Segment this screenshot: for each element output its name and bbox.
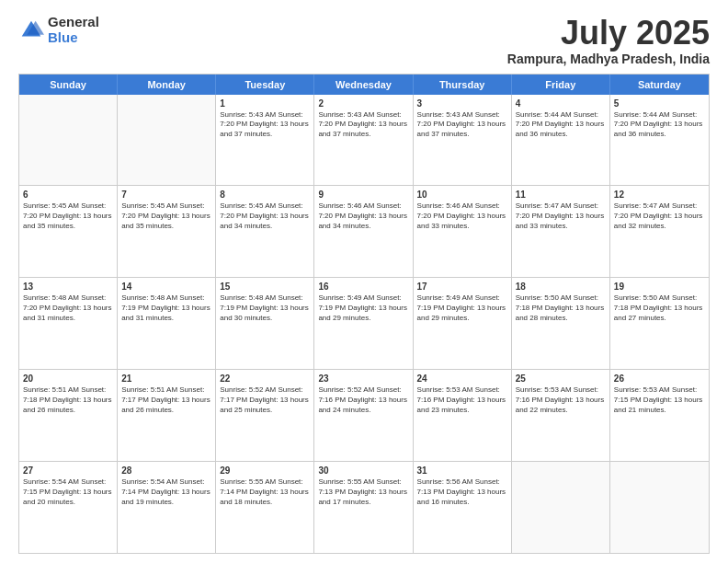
calendar-cell: 12Sunrise: 5:47 AM Sunset: 7:20 PM Dayli… <box>610 186 709 277</box>
calendar-row-2: 13Sunrise: 5:48 AM Sunset: 7:20 PM Dayli… <box>19 277 709 369</box>
day-number: 8 <box>220 189 310 201</box>
day-number: 20 <box>23 373 113 385</box>
header-day-saturday: Saturday <box>610 75 709 95</box>
day-number: 2 <box>318 98 408 109</box>
header-day-tuesday: Tuesday <box>216 75 314 95</box>
calendar-cell: 31Sunrise: 5:56 AM Sunset: 7:13 PM Dayli… <box>414 462 512 553</box>
cell-info: Sunrise: 5:45 AM Sunset: 7:20 PM Dayligh… <box>121 201 211 231</box>
day-number: 7 <box>121 189 211 201</box>
cell-info: Sunrise: 5:54 AM Sunset: 7:15 PM Dayligh… <box>23 477 113 507</box>
cell-info: Sunrise: 5:43 AM Sunset: 7:20 PM Dayligh… <box>318 110 408 140</box>
calendar-cell: 15Sunrise: 5:48 AM Sunset: 7:19 PM Dayli… <box>216 278 314 369</box>
cell-info: Sunrise: 5:51 AM Sunset: 7:18 PM Dayligh… <box>23 385 113 415</box>
header-day-wednesday: Wednesday <box>314 75 413 95</box>
calendar-cell: 16Sunrise: 5:49 AM Sunset: 7:19 PM Dayli… <box>314 278 413 369</box>
cell-info: Sunrise: 5:47 AM Sunset: 7:20 PM Dayligh… <box>516 201 606 231</box>
calendar-row-1: 6Sunrise: 5:45 AM Sunset: 7:20 PM Daylig… <box>19 185 709 277</box>
calendar-cell: 24Sunrise: 5:53 AM Sunset: 7:16 PM Dayli… <box>414 370 512 461</box>
cell-info: Sunrise: 5:48 AM Sunset: 7:19 PM Dayligh… <box>220 293 310 323</box>
calendar-row-3: 20Sunrise: 5:51 AM Sunset: 7:18 PM Dayli… <box>19 369 709 461</box>
day-number: 19 <box>614 281 705 293</box>
cell-info: Sunrise: 5:45 AM Sunset: 7:20 PM Dayligh… <box>23 201 113 231</box>
day-number: 25 <box>516 373 606 385</box>
calendar-cell: 22Sunrise: 5:52 AM Sunset: 7:17 PM Dayli… <box>216 370 314 461</box>
cell-info: Sunrise: 5:48 AM Sunset: 7:20 PM Dayligh… <box>23 293 113 323</box>
logo-general-text: General <box>48 15 99 30</box>
calendar-cell <box>512 462 610 553</box>
cell-info: Sunrise: 5:43 AM Sunset: 7:20 PM Dayligh… <box>220 110 310 140</box>
cell-info: Sunrise: 5:44 AM Sunset: 7:20 PM Dayligh… <box>516 110 606 140</box>
calendar-header: SundayMondayTuesdayWednesdayThursdayFrid… <box>19 75 709 95</box>
logo-blue-text: Blue <box>48 30 99 46</box>
calendar-cell: 21Sunrise: 5:51 AM Sunset: 7:17 PM Dayli… <box>118 370 216 461</box>
day-number: 12 <box>614 189 705 201</box>
calendar-cell: 2Sunrise: 5:43 AM Sunset: 7:20 PM Daylig… <box>314 95 413 186</box>
logo: General Blue <box>18 15 99 45</box>
day-number: 1 <box>220 98 310 109</box>
main-title: July 2025 <box>507 15 710 52</box>
cell-info: Sunrise: 5:52 AM Sunset: 7:16 PM Dayligh… <box>318 385 408 415</box>
page: General Blue July 2025 Rampura, Madhya P… <box>0 0 728 563</box>
cell-info: Sunrise: 5:56 AM Sunset: 7:13 PM Dayligh… <box>417 477 507 507</box>
day-number: 15 <box>220 281 310 293</box>
cell-info: Sunrise: 5:49 AM Sunset: 7:19 PM Dayligh… <box>318 293 408 323</box>
cell-info: Sunrise: 5:55 AM Sunset: 7:13 PM Dayligh… <box>318 477 408 507</box>
day-number: 6 <box>23 189 113 201</box>
day-number: 26 <box>614 373 705 385</box>
calendar-row-4: 27Sunrise: 5:54 AM Sunset: 7:15 PM Dayli… <box>19 461 709 553</box>
day-number: 5 <box>614 98 705 109</box>
calendar-cell: 10Sunrise: 5:46 AM Sunset: 7:20 PM Dayli… <box>414 186 512 277</box>
calendar-cell: 5Sunrise: 5:44 AM Sunset: 7:20 PM Daylig… <box>610 95 709 186</box>
day-number: 10 <box>417 189 507 201</box>
day-number: 28 <box>121 465 211 477</box>
cell-info: Sunrise: 5:47 AM Sunset: 7:20 PM Dayligh… <box>614 201 705 231</box>
calendar-cell: 7Sunrise: 5:45 AM Sunset: 7:20 PM Daylig… <box>118 186 216 277</box>
cell-info: Sunrise: 5:53 AM Sunset: 7:16 PM Dayligh… <box>516 385 606 415</box>
calendar-cell: 26Sunrise: 5:53 AM Sunset: 7:15 PM Dayli… <box>610 370 709 461</box>
header-day-monday: Monday <box>118 75 216 95</box>
cell-info: Sunrise: 5:43 AM Sunset: 7:20 PM Dayligh… <box>417 110 507 140</box>
day-number: 4 <box>516 98 606 109</box>
calendar-cell: 27Sunrise: 5:54 AM Sunset: 7:15 PM Dayli… <box>19 462 118 553</box>
day-number: 14 <box>121 281 211 293</box>
day-number: 16 <box>318 281 408 293</box>
cell-info: Sunrise: 5:50 AM Sunset: 7:18 PM Dayligh… <box>614 293 705 323</box>
subtitle: Rampura, Madhya Pradesh, India <box>507 52 710 66</box>
day-number: 23 <box>318 373 408 385</box>
calendar-cell <box>118 95 216 186</box>
calendar-cell: 9Sunrise: 5:46 AM Sunset: 7:20 PM Daylig… <box>314 186 413 277</box>
title-block: July 2025 Rampura, Madhya Pradesh, India <box>507 15 710 66</box>
header-day-sunday: Sunday <box>19 75 118 95</box>
calendar-cell: 28Sunrise: 5:54 AM Sunset: 7:14 PM Dayli… <box>118 462 216 553</box>
day-number: 21 <box>121 373 211 385</box>
calendar-cell: 14Sunrise: 5:48 AM Sunset: 7:19 PM Dayli… <box>118 278 216 369</box>
calendar-cell: 13Sunrise: 5:48 AM Sunset: 7:20 PM Dayli… <box>19 278 118 369</box>
cell-info: Sunrise: 5:49 AM Sunset: 7:19 PM Dayligh… <box>417 293 507 323</box>
day-number: 9 <box>318 189 408 201</box>
day-number: 29 <box>220 465 310 477</box>
cell-info: Sunrise: 5:50 AM Sunset: 7:18 PM Dayligh… <box>516 293 606 323</box>
calendar: SundayMondayTuesdayWednesdayThursdayFrid… <box>18 74 710 554</box>
calendar-cell: 30Sunrise: 5:55 AM Sunset: 7:13 PM Dayli… <box>314 462 413 553</box>
day-number: 3 <box>417 98 507 109</box>
header: General Blue July 2025 Rampura, Madhya P… <box>18 15 710 66</box>
calendar-cell: 3Sunrise: 5:43 AM Sunset: 7:20 PM Daylig… <box>414 95 512 186</box>
cell-info: Sunrise: 5:44 AM Sunset: 7:20 PM Dayligh… <box>614 110 705 140</box>
calendar-cell: 18Sunrise: 5:50 AM Sunset: 7:18 PM Dayli… <box>512 278 610 369</box>
cell-info: Sunrise: 5:46 AM Sunset: 7:20 PM Dayligh… <box>417 201 507 231</box>
day-number: 13 <box>23 281 113 293</box>
cell-info: Sunrise: 5:51 AM Sunset: 7:17 PM Dayligh… <box>121 385 211 415</box>
day-number: 24 <box>417 373 507 385</box>
cell-info: Sunrise: 5:55 AM Sunset: 7:14 PM Dayligh… <box>220 477 310 507</box>
calendar-cell: 1Sunrise: 5:43 AM Sunset: 7:20 PM Daylig… <box>216 95 314 186</box>
calendar-cell: 23Sunrise: 5:52 AM Sunset: 7:16 PM Dayli… <box>314 370 413 461</box>
day-number: 31 <box>417 465 507 477</box>
calendar-cell: 25Sunrise: 5:53 AM Sunset: 7:16 PM Dayli… <box>512 370 610 461</box>
calendar-cell: 11Sunrise: 5:47 AM Sunset: 7:20 PM Dayli… <box>512 186 610 277</box>
calendar-cell <box>610 462 709 553</box>
calendar-row-0: 1Sunrise: 5:43 AM Sunset: 7:20 PM Daylig… <box>19 95 709 186</box>
cell-info: Sunrise: 5:53 AM Sunset: 7:16 PM Dayligh… <box>417 385 507 415</box>
calendar-cell: 29Sunrise: 5:55 AM Sunset: 7:14 PM Dayli… <box>216 462 314 553</box>
day-number: 18 <box>516 281 606 293</box>
day-number: 27 <box>23 465 113 477</box>
